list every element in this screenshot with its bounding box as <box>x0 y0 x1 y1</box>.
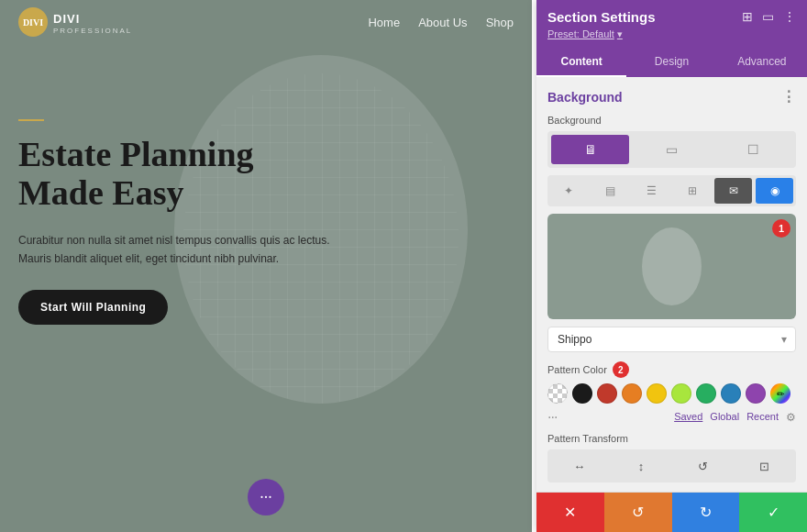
more-colors-button[interactable]: ··· <box>547 409 557 426</box>
hero-title: Estate Planning Made Easy <box>18 136 330 213</box>
panel-body: Background ⋮ Background 🖥 ▭ ☐ ✦ ▤ <box>536 77 807 492</box>
pattern-transform-row: ↔ ↕ ↺ ⊡ <box>547 449 796 482</box>
transform-flip-h[interactable]: ↔ <box>550 452 608 480</box>
preset-arrow-icon: ▾ <box>617 28 623 39</box>
divi-logo: DIVI DIVI PROFESSIONAL <box>18 7 132 37</box>
color-swatches-row: ✏ <box>547 383 796 404</box>
rotate-icon: ↺ <box>698 460 708 473</box>
video-icon: ⊞ <box>688 184 697 197</box>
save-button[interactable]: ✓ <box>739 493 807 532</box>
preview-nav: DIVI DIVI PROFESSIONAL Home About Us Sho… <box>0 0 532 44</box>
bg-sub-color[interactable]: ✦ <box>550 178 588 204</box>
preview-area: DIVI DIVI PROFESSIONAL Home About Us Sho… <box>0 0 532 532</box>
cancel-icon: ✕ <box>564 504 576 521</box>
divi-logo-icon: DIVI <box>18 7 48 37</box>
bg-type-mobile[interactable]: ☐ <box>714 135 792 164</box>
reset-button[interactable]: ↺ <box>604 493 672 532</box>
color-saved-tabs: Saved Global Recent ⚙ <box>674 411 796 425</box>
nav-link-shop[interactable]: Shop <box>486 16 514 29</box>
saved-settings-icon[interactable]: ⚙ <box>786 411 796 425</box>
pattern-transform-label: Pattern Transform <box>547 433 796 444</box>
panel-tabs: Content Design Advanced <box>536 48 807 77</box>
color-swatch-purple[interactable] <box>746 383 766 404</box>
flip-vertical-icon: ↕ <box>638 460 645 473</box>
floating-dots-icon: ··· <box>260 488 272 507</box>
panel-icon-more[interactable]: ⋮ <box>783 9 796 25</box>
color-swatch-blue[interactable] <box>721 383 741 404</box>
hero-accent-line <box>18 119 44 121</box>
color-swatch-yellow[interactable] <box>647 383 667 404</box>
transform-reset[interactable]: ⊡ <box>735 452 793 480</box>
divi-logo-text: DIVI <box>53 12 80 26</box>
image-icon: ☰ <box>647 184 657 197</box>
global-tab[interactable]: Global <box>710 411 739 425</box>
desktop-icon: 🖥 <box>584 142 597 157</box>
bg-type-row: 🖥 ▭ ☐ <box>547 131 796 168</box>
bg-sub-mask[interactable]: ◉ <box>756 178 793 204</box>
pattern-style-select-wrapper[interactable]: Shippo Argyle Circles Diagonal Dots Grid… <box>547 327 796 352</box>
redo-button[interactable]: ↻ <box>672 493 740 532</box>
pattern-badge-2: 2 <box>613 361 629 378</box>
flip-horizontal-icon: ↔ <box>573 460 585 473</box>
divi-logo-letter: DIVI <box>23 17 43 28</box>
hero-subtitle-line1: Curabitur non nulla sit amet nisl tempus… <box>18 234 330 247</box>
color-swatch-black[interactable] <box>572 383 592 404</box>
nav-link-home[interactable]: Home <box>368 16 400 29</box>
bg-sub-gradient[interactable]: ▤ <box>591 178 629 204</box>
tablet-icon: ▭ <box>666 142 678 157</box>
background-section-title: Background ⋮ <box>547 88 796 105</box>
color-picker-button[interactable]: ✏ <box>770 383 790 404</box>
color-swatch-orange[interactable] <box>622 383 642 404</box>
pattern-email-icon: ✉ <box>729 184 738 197</box>
tab-advanced[interactable]: Advanced <box>717 48 807 77</box>
bg-sub-image[interactable]: ☰ <box>633 178 670 204</box>
transform-rotate[interactable]: ↺ <box>674 452 732 480</box>
panel-header-top: Section Settings ⊞ ▭ ⋮ <box>547 9 796 25</box>
bg-type-desktop[interactable]: 🖥 <box>551 135 629 164</box>
section-settings-panel: Section Settings ⊞ ▭ ⋮ Preset: Default ▾… <box>536 0 807 532</box>
divi-logo-sub: PROFESSIONAL <box>53 27 132 35</box>
panel-preset[interactable]: Preset: Default ▾ <box>547 28 796 40</box>
color-fill-icon: ✦ <box>564 184 573 197</box>
gradient-icon: ▤ <box>605 184 615 197</box>
color-swatch-green[interactable] <box>696 383 716 404</box>
hero-subtitle: Curabitur non nulla sit amet nisl tempus… <box>18 231 330 269</box>
redo-icon: ↻ <box>700 504 712 521</box>
pattern-preview: 1 <box>547 214 796 319</box>
color-swatch-light-green[interactable] <box>671 383 691 404</box>
save-icon: ✓ <box>768 504 779 521</box>
panel-footer: ✕ ↺ ↻ ✓ <box>536 492 807 532</box>
bg-type-tablet[interactable]: ▭ <box>633 135 711 164</box>
bg-sub-pattern[interactable]: ✉ <box>714 178 752 204</box>
hero-content: Estate Planning Made Easy Curabitur non … <box>18 119 330 325</box>
tab-content[interactable]: Content <box>536 48 626 77</box>
hero-subtitle-line2: Mauris blandit aliquet elit, eget tincid… <box>18 252 279 265</box>
tab-design[interactable]: Design <box>626 48 716 77</box>
section-more-icon[interactable]: ⋮ <box>781 88 796 105</box>
panel-icon-grid[interactable]: ⊞ <box>742 9 753 25</box>
saved-tab[interactable]: Saved <box>674 411 702 425</box>
panel-icon-window[interactable]: ▭ <box>762 9 774 25</box>
panel-header-icons: ⊞ ▭ ⋮ <box>742 9 796 25</box>
mobile-icon: ☐ <box>747 142 759 157</box>
nav-links: Home About Us Shop <box>368 16 514 29</box>
color-swatch-transparent[interactable] <box>547 383 568 404</box>
floating-menu-button[interactable]: ··· <box>248 479 284 515</box>
reset-icon: ↺ <box>632 504 644 521</box>
pattern-color-label: Pattern Color <box>547 364 607 375</box>
panel-title: Section Settings <box>547 9 656 25</box>
panel-header: Section Settings ⊞ ▭ ⋮ Preset: Default ▾ <box>536 0 807 48</box>
recent-tab[interactable]: Recent <box>746 411 779 425</box>
pattern-style-select[interactable]: Shippo Argyle Circles Diagonal Dots Grid… <box>547 327 796 352</box>
cancel-button[interactable]: ✕ <box>536 493 604 532</box>
color-swatch-red[interactable] <box>597 383 617 404</box>
bg-sub-video[interactable]: ⊞ <box>673 178 711 204</box>
nav-link-about[interactable]: About Us <box>418 16 467 29</box>
pattern-preview-oval <box>642 227 702 305</box>
mask-icon: ◉ <box>770 184 779 197</box>
transform-flip-v[interactable]: ↕ <box>612 452 669 480</box>
bg-sub-row: ✦ ▤ ☰ ⊞ ✉ ◉ <box>547 175 796 206</box>
reset-transform-icon: ⊡ <box>759 460 769 473</box>
background-label: Background <box>547 115 796 126</box>
hero-cta-button[interactable]: Start Will Planning <box>18 290 168 325</box>
